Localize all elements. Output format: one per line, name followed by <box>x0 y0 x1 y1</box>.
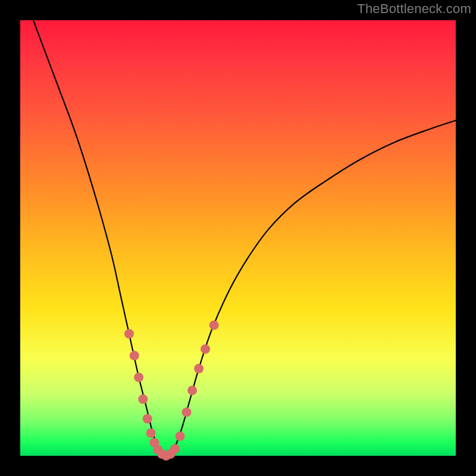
bottleneck-curve <box>33 20 456 456</box>
marker-dot <box>146 428 156 438</box>
chart-svg <box>20 20 456 456</box>
marker-dot <box>134 372 143 382</box>
marker-dot <box>124 329 134 339</box>
marker-dot <box>143 414 152 424</box>
marker-dot <box>209 320 219 330</box>
highlight-markers <box>124 320 219 461</box>
marker-dot <box>170 444 180 453</box>
marker-dot <box>130 351 139 361</box>
plot-area <box>20 20 456 456</box>
marker-dot <box>138 394 148 404</box>
marker-dot <box>194 364 203 374</box>
marker-dot <box>182 408 192 417</box>
marker-dot <box>176 431 185 441</box>
marker-dot <box>187 386 197 395</box>
watermark-text: TheBottleneck.com <box>357 1 471 17</box>
marker-dot <box>201 345 210 354</box>
chart-frame: TheBottleneck.com <box>0 0 476 476</box>
